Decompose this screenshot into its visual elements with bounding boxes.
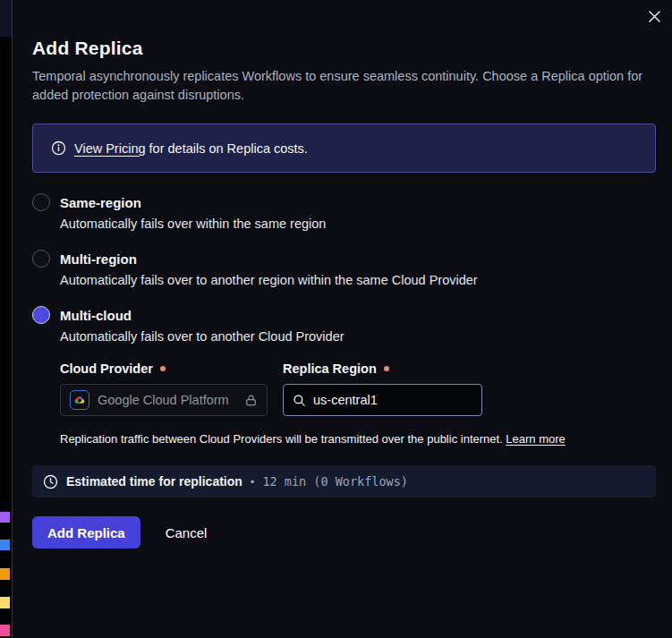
namespace-color-square: [0, 597, 10, 608]
option-multi-cloud-label: Multi-cloud: [60, 308, 132, 323]
google-cloud-logo-icon: [70, 390, 89, 410]
namespace-color-square: [0, 625, 10, 636]
cloud-provider-value: Google Cloud Platform: [98, 393, 236, 407]
replication-estimate-banner: Estimated time for replication • 12 min …: [32, 465, 656, 498]
background-header-edge: [0, 0, 12, 37]
option-multi-region: Multi-region Automatically fails over to…: [32, 250, 656, 287]
cloud-provider-label: Cloud Provider: [60, 362, 268, 376]
option-multi-cloud-row[interactable]: Multi-cloud: [32, 306, 656, 324]
clock-icon: [43, 474, 58, 489]
background-page-edge: [0, 0, 13, 638]
replica-region-field-group: Replica Region: [283, 362, 482, 416]
view-pricing-link[interactable]: View Pricing: [74, 141, 146, 156]
estimate-separator: •: [251, 475, 255, 489]
estimate-label: Estimated time for replication: [66, 474, 242, 489]
option-multi-cloud: Multi-cloud Automatically fails over to …: [32, 306, 656, 446]
cloud-provider-select: Google Cloud Platform: [60, 384, 268, 416]
radio-same-region[interactable]: [32, 193, 50, 211]
pricing-info-banner: View Pricing for details on Replica cost…: [32, 123, 656, 173]
multi-cloud-settings: Cloud Provider: [60, 362, 656, 446]
namespace-color-square: [0, 512, 10, 523]
option-multi-region-row[interactable]: Multi-region: [32, 250, 656, 268]
namespace-color-square: [0, 540, 10, 550]
info-circle-icon: [51, 140, 66, 156]
replica-region-input[interactable]: [313, 393, 456, 407]
option-multi-region-label: Multi-region: [60, 251, 137, 267]
option-same-region-label: Same-region: [60, 195, 141, 210]
option-same-region: Same-region Automatically fails over wit…: [32, 193, 656, 231]
option-multi-cloud-description: Automatically fails over to another Clou…: [60, 329, 656, 344]
pricing-banner-text: View Pricing for details on Replica cost…: [74, 141, 308, 156]
public-internet-note: Replication traffic between Cloud Provid…: [60, 432, 656, 446]
replica-region-label: Replica Region: [283, 362, 482, 376]
learn-more-link[interactable]: Learn more: [506, 432, 565, 446]
estimate-value: 12 min (0 Workflows): [262, 474, 408, 489]
replica-region-combobox[interactable]: [283, 384, 482, 416]
modal-actions: Add Replica Cancel: [32, 516, 656, 549]
replica-option-group: Same-region Automatically fails over wit…: [32, 193, 656, 446]
radio-multi-cloud[interactable]: [32, 306, 50, 324]
magnifier-icon: [293, 394, 306, 407]
radio-multi-region[interactable]: [32, 250, 50, 268]
padlock-icon: [244, 394, 258, 407]
cancel-button[interactable]: Cancel: [166, 525, 208, 540]
cloud-provider-field-group: Cloud Provider: [60, 362, 268, 416]
option-same-region-row[interactable]: Same-region: [32, 193, 656, 211]
required-dot: [384, 366, 389, 371]
required-dot: [160, 366, 166, 371]
add-replica-button[interactable]: Add Replica: [32, 516, 140, 549]
option-same-region-description: Automatically fails over within the same…: [60, 217, 656, 231]
close-icon[interactable]: [646, 8, 662, 24]
option-multi-region-description: Automatically fails over to another regi…: [60, 273, 656, 287]
namespace-color-square: [0, 568, 10, 580]
modal-description: Temporal asynchronously replicates Workf…: [32, 67, 656, 105]
add-replica-modal: Add Replica Temporal asynchronously repl…: [13, 0, 672, 638]
modal-title: Add Replica: [32, 38, 656, 59]
